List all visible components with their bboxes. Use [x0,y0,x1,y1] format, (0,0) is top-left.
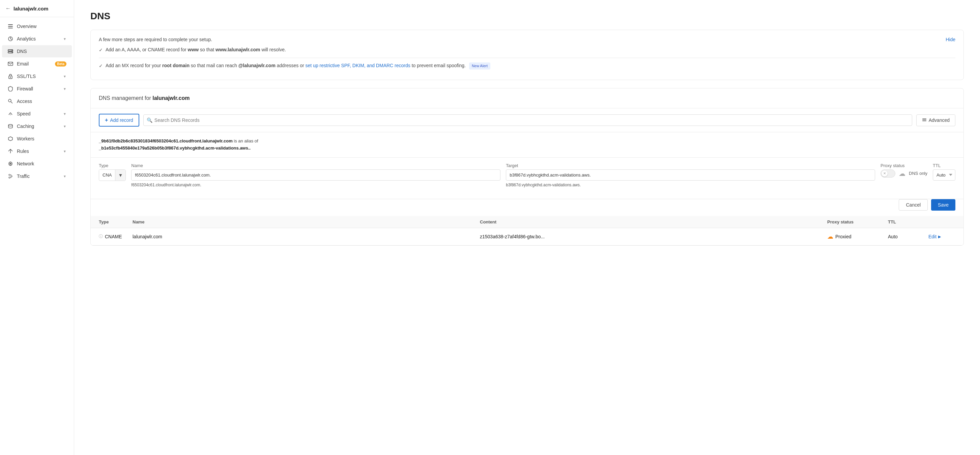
list-icon [8,23,13,29]
col-proxy: Proxy status [827,219,888,225]
table-header: Type Name Content Proxy status TTL [91,216,964,228]
dns-card-header: DNS management for lalunajwlr.com [91,88,964,109]
firewall-icon [8,86,13,92]
sidebar-item-speed[interactable]: Speed ▼ [2,108,72,120]
spf-link[interactable]: set up restrictive SPF, DKIM, and DMARC … [305,63,410,68]
new-alert-badge: New Alert [469,62,490,70]
type-select[interactable]: CNA ▼ [99,169,126,181]
main-content: DNS A few more steps are required to com… [74,0,980,455]
col-ttl: TTL [888,219,928,225]
setup-item-www: ✓ Add an A, AAAA, or CNAME record for ww… [99,46,955,54]
svg-point-10 [10,77,11,78]
email-icon [8,61,13,67]
proxy-toggle: ✕ ☁ DNS only [880,169,928,177]
chevron-right-icon: ► [937,234,942,239]
col-type: Type [99,219,132,225]
check-icon-2: ✓ [99,62,103,70]
sidebar-item-firewall[interactable]: Firewall ▼ [2,83,72,95]
chevron-down-icon: ▼ [63,125,67,128]
svg-rect-19 [922,118,926,119]
svg-rect-2 [8,28,13,28]
hide-link[interactable]: Hide [946,37,955,42]
sidebar-item-dns[interactable]: DNS [2,45,72,57]
svg-point-13 [8,125,13,126]
advanced-button[interactable]: Advanced [916,115,955,126]
sidebar-item-analytics[interactable]: Analytics ▼ [2,33,72,45]
ttl-label: TTL [933,163,955,168]
sidebar-item-label: Overview [17,24,37,29]
search-input[interactable] [143,115,912,126]
alias-info: _9b61f0db2b6c835301834f6503204c61.cloudf… [91,133,964,158]
col-action [928,219,955,225]
back-button[interactable]: ← [5,5,11,11]
svg-rect-21 [922,120,926,121]
sidebar-item-traffic[interactable]: Traffic ▼ [2,170,72,182]
svg-rect-1 [8,26,13,27]
svg-rect-0 [8,24,13,25]
ssl-icon [8,73,13,79]
sidebar-item-label: Caching [17,123,34,129]
name-label: Name [131,163,500,168]
workers-icon [8,136,13,142]
type-group: Type CNA ▼ [99,163,126,181]
cancel-button[interactable]: Cancel [899,199,928,211]
orange-cloud-icon: ☁ [827,233,833,240]
form-actions: Cancel Save [91,199,964,216]
save-button[interactable]: Save [931,199,955,211]
sidebar-item-caching[interactable]: Caching ▼ [2,120,72,133]
table-row: ⓘ CNAME lalunajwlr.com z1503a638-z7af4fd… [91,228,964,245]
row-proxy: ☁ Proxied [827,233,888,240]
svg-point-11 [8,99,11,102]
target-value-display: b3f867d.vybhcgkthd.acm-validations.aws. [506,182,875,188]
sidebar-item-label: DNS [17,49,27,54]
row-action: Edit ► [928,234,955,239]
sidebar-item-label: SSL/TLS [17,73,36,79]
dns-table: Type Name Content Proxy status TTL ⓘ CNA… [91,216,964,245]
chevron-down-icon: ▼ [63,112,67,116]
name-input[interactable] [131,169,500,180]
sidebar-header: ← lalunajwlr.com [0,0,74,17]
caching-icon [8,123,13,129]
proxy-label: Proxy status [880,163,928,168]
row-type: ⓘ CNAME [99,233,132,239]
row-content: z1503a638-z7af4fd86-gtw.bo... [480,234,547,239]
edit-link[interactable]: Edit ► [928,234,955,239]
chevron-down-icon: ▼ [63,75,67,78]
site-name: lalunajwlr.com [13,6,48,11]
sidebar-item-label: Email [17,61,29,67]
col-name: Name [132,219,480,225]
access-icon [8,98,13,104]
target-input[interactable] [506,169,875,180]
chevron-down-icon: ▼ [63,37,67,41]
sidebar-item-label: Traffic [17,174,30,179]
add-record-button[interactable]: + Add record [99,114,139,126]
svg-point-16 [9,174,10,176]
dns-card: DNS management for lalunajwlr.com + Add … [91,88,964,246]
dns-toolbar: + Add record 🔍 Advanced [91,109,964,133]
sidebar-item-label: Rules [17,148,29,154]
sidebar-item-access[interactable]: Access [2,95,72,107]
sidebar-item-network[interactable]: Network [2,158,72,170]
sidebar-item-rules[interactable]: Rules ▼ [2,145,72,157]
svg-point-18 [9,177,10,178]
proxy-status-text: DNS only [909,171,928,176]
advanced-icon [922,118,927,123]
sidebar-item-email[interactable]: Email Beta [2,58,72,70]
ttl-select[interactable]: Auto [933,169,955,180]
svg-rect-20 [922,120,926,120]
sidebar-item-label: Firewall [17,86,33,91]
search-container: 🔍 [143,115,912,126]
speed-icon [8,111,13,117]
sidebar-item-workers[interactable]: Workers [2,133,72,145]
search-icon: 🔍 [147,118,153,123]
sidebar-item-ssl-tls[interactable]: SSL/TLS ▼ [2,70,72,82]
page-title: DNS [91,11,964,22]
cloud-icon: ☁ [899,169,905,177]
proxy-toggle-switch[interactable]: ✕ [880,169,896,177]
sidebar-item-label: Analytics [17,36,36,42]
svg-rect-8 [8,62,13,65]
chevron-down-icon: ▼ [63,174,67,178]
sidebar-item-overview[interactable]: Overview [2,20,72,32]
col-content: Content [480,219,827,225]
type-chevron-icon[interactable]: ▼ [115,170,126,180]
